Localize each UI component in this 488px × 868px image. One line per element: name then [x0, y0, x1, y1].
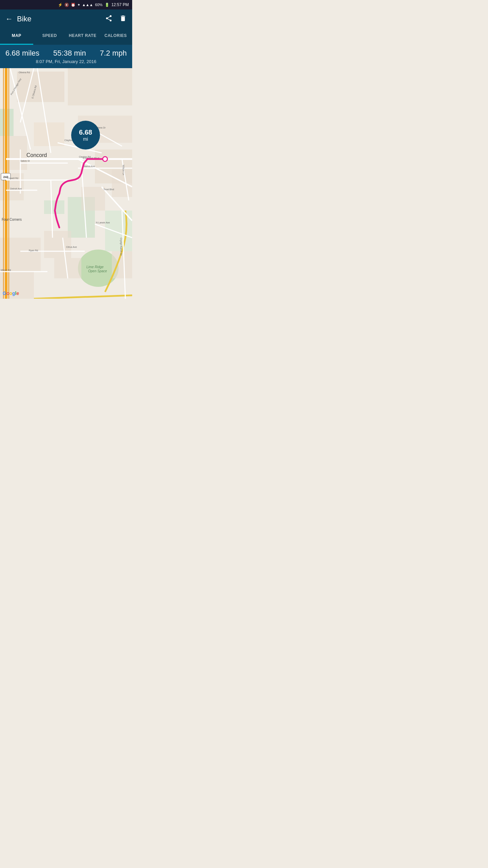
bubble-distance: 6.68 — [79, 128, 92, 136]
status-icons: ⚡ 🔇 ⏰ ✦ ▲▲▲ — [58, 3, 93, 7]
battery-percentage: 60% — [95, 3, 103, 7]
stat-speed: 7.2 mph — [100, 49, 127, 58]
stat-duration: 55:38 min — [53, 49, 86, 58]
svg-text:Open Space: Open Space — [88, 269, 107, 273]
svg-text:Cowell Rd: Cowell Rd — [7, 177, 18, 179]
tab-heart-rate[interactable]: HEART RATE — [66, 28, 99, 45]
svg-text:Minert Rd: Minert Rd — [1, 269, 11, 271]
bubble-unit: mi — [83, 136, 88, 142]
stats-row: 6.68 miles 55:38 min 7.2 mph — [5, 49, 127, 58]
map-svg: 242 — [0, 68, 132, 299]
status-time: 12:57 PM — [111, 2, 129, 7]
stat-distance: 6.68 miles — [5, 49, 39, 58]
svg-text:Detroit Ave: Detroit Ave — [10, 188, 22, 190]
svg-text:Walnut Ave: Walnut Ave — [83, 165, 95, 167]
svg-text:Citrus Ave: Citrus Ave — [66, 246, 77, 248]
svg-rect-16 — [112, 170, 132, 197]
svg-text:Treat Blvd: Treat Blvd — [103, 188, 114, 191]
svg-rect-5 — [44, 200, 64, 214]
svg-text:Lime Ridge: Lime Ridge — [86, 265, 104, 269]
svg-text:Crystyl Ranch Dr: Crystyl Ranch Dr — [120, 238, 122, 256]
svg-text:Ryan Rd: Ryan Rd — [29, 249, 38, 252]
mute-icon: 🔇 — [64, 3, 69, 7]
svg-rect-8 — [0, 136, 27, 170]
svg-text:Salvio St: Salvio St — [20, 160, 30, 162]
svg-point-44 — [103, 157, 107, 161]
tab-map[interactable]: MAP — [0, 28, 33, 45]
share-button[interactable] — [105, 15, 113, 24]
svg-text:Olivera Rd: Olivera Rd — [19, 71, 30, 74]
svg-text:Wilson Ln: Wilson Ln — [122, 165, 125, 175]
app-header: ← Bike — [0, 9, 132, 28]
map-container[interactable]: 242 — [0, 68, 132, 299]
alarm-icon: ⏰ — [71, 3, 76, 7]
bluetooth-icon: ⚡ — [58, 3, 63, 7]
svg-text:Concord: Concord — [26, 152, 47, 158]
svg-rect-7 — [68, 68, 132, 105]
stats-bar: 6.68 miles 55:38 min 7.2 mph 8:07 PM, Fr… — [0, 45, 132, 68]
header-actions — [105, 15, 127, 24]
svg-text:N Larwin Ave: N Larwin Ave — [96, 221, 110, 224]
google-logo: G o o g l e — [3, 291, 19, 296]
svg-rect-14 — [44, 231, 71, 258]
tab-bar: MAP SPEED HEART RATE CALORIES — [0, 28, 132, 45]
status-bar: ⚡ 🔇 ⏰ ✦ ▲▲▲ 60% 🔋 12:57 PM — [0, 0, 132, 9]
back-button[interactable]: ← — [5, 15, 13, 23]
svg-text:Four Corners: Four Corners — [2, 218, 22, 221]
gps-icon: ✦ — [77, 3, 80, 7]
battery-icon: 🔋 — [105, 3, 109, 7]
tab-calories[interactable]: CALORIES — [99, 28, 133, 45]
page-title: Bike — [17, 15, 32, 23]
distance-bubble: 6.68 mi — [71, 121, 100, 150]
delete-button[interactable] — [119, 15, 127, 24]
svg-rect-15 — [81, 187, 105, 211]
signal-icon: ▲▲▲ — [82, 3, 93, 7]
header-left: ← Bike — [5, 15, 32, 23]
tab-speed[interactable]: SPEED — [33, 28, 66, 45]
stat-date: 8:07 PM, Fri, January 22, 2016 — [5, 59, 127, 64]
